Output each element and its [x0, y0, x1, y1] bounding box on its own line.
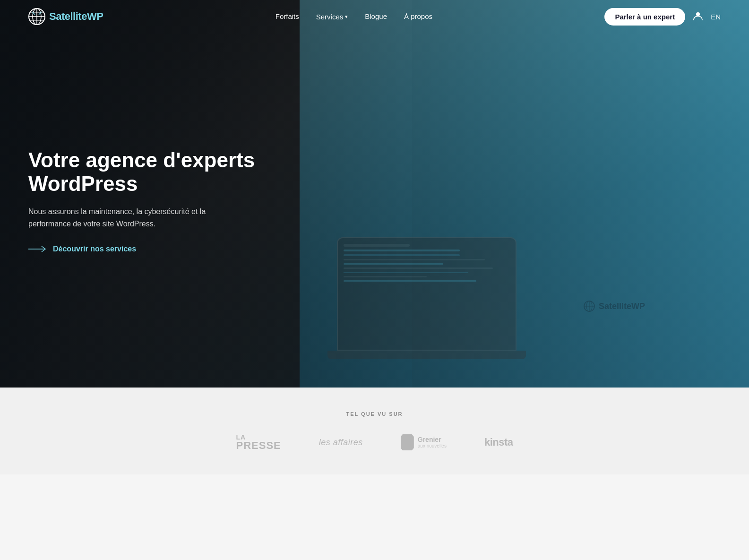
navbar-actions: Parler à un expert EN — [604, 8, 721, 26]
logo-text: SatelliteWP — [49, 10, 103, 23]
grenier-icon — [401, 434, 414, 450]
press-logos: LA PRESSE les affaires Grenier aux nouve… — [236, 434, 513, 451]
nav-link-a-propos[interactable]: À propos — [404, 12, 432, 20]
logo-kinsta: kinsta — [484, 436, 513, 448]
hero-title: Votre agence d'experts WordPress — [28, 148, 255, 196]
logo-link[interactable]: SatelliteWP — [28, 8, 103, 25]
hero-laptop-visual — [337, 237, 526, 359]
hero-watermark: SatelliteWP — [584, 301, 645, 312]
svg-point-6 — [696, 12, 700, 16]
nav-link-blogue[interactable]: Blogue — [365, 12, 387, 20]
cta-expert-button[interactable]: Parler à un expert — [604, 8, 685, 26]
logo-la-presse: LA PRESSE — [236, 434, 281, 451]
press-label: TEL QUE VU SUR — [346, 411, 403, 417]
user-icon — [693, 10, 703, 23]
arrow-icon — [28, 245, 47, 253]
chevron-down-icon: ▾ — [345, 14, 348, 20]
press-bar: TEL QUE VU SUR LA PRESSE les affaires Gr… — [0, 388, 749, 474]
nav-link-services[interactable]: Services ▾ — [316, 13, 348, 21]
logo-icon — [28, 8, 45, 25]
logo-grenier-aux-nouvelles: Grenier aux nouvelles — [401, 434, 447, 450]
language-toggle[interactable]: EN — [711, 13, 721, 21]
hero-cta: Découvrir nos services — [28, 245, 255, 253]
hero-content: Votre agence d'experts WordPress Nous as… — [0, 148, 283, 253]
nav-links: Forfaits Services ▾ Blogue À propos — [275, 12, 432, 21]
nav-link-forfaits[interactable]: Forfaits — [275, 12, 299, 20]
hero-section: SatelliteWP Votre agence d'experts WordP… — [0, 0, 749, 388]
hero-cta-link[interactable]: Découvrir nos services — [53, 245, 136, 253]
hero-subtitle: Nous assurons la maintenance, la cybersé… — [28, 206, 217, 230]
user-account-button[interactable] — [693, 10, 703, 23]
navbar: SatelliteWP Forfaits Services ▾ Blogue À… — [0, 0, 749, 33]
logo-les-affaires: les affaires — [319, 438, 363, 448]
